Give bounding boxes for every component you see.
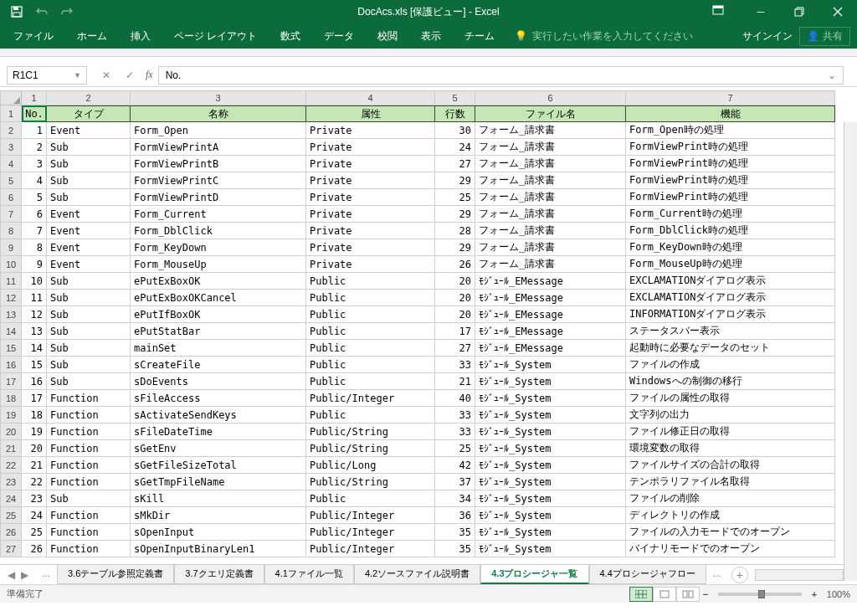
row-header[interactable]: 10 xyxy=(0,256,22,273)
cell[interactable]: 23 xyxy=(22,490,47,507)
cell[interactable]: 29 xyxy=(435,206,475,223)
cell[interactable]: 21 xyxy=(435,373,475,390)
expand-formula-icon[interactable]: ⌄ xyxy=(828,69,836,81)
cell[interactable]: Private xyxy=(306,156,435,172)
cell[interactable]: ﾓｼﾞｭｰﾙ_System xyxy=(475,541,626,557)
row-header[interactable]: 4 xyxy=(0,156,22,172)
row-header[interactable]: 19 xyxy=(0,407,22,424)
cell[interactable]: EXCLAMATIONダイアログ表示 xyxy=(626,290,835,306)
col-header[interactable]: 2 xyxy=(47,90,131,105)
cell[interactable]: ﾓｼﾞｭｰﾙ_EMessage xyxy=(475,290,626,306)
cell[interactable]: 9 xyxy=(22,256,47,273)
cell[interactable]: ﾓｼﾞｭｰﾙ_System xyxy=(475,390,626,407)
page-layout-view-button[interactable] xyxy=(653,587,676,602)
share-button[interactable]: 👤 共有 xyxy=(799,27,850,46)
col-header[interactable]: 5 xyxy=(435,90,475,105)
cell[interactable]: Sub xyxy=(47,373,131,390)
cell[interactable]: Function xyxy=(47,440,131,457)
ribbon-tab-8[interactable]: チーム xyxy=(453,24,506,49)
cell[interactable]: Form_Open時の処理 xyxy=(626,122,835,139)
cell[interactable]: sFileDateTime xyxy=(131,424,306,440)
cell[interactable]: 11 xyxy=(22,290,47,306)
signin-link[interactable]: サインイン xyxy=(742,29,793,44)
formula-bar[interactable]: No. ⌄ xyxy=(158,66,844,85)
cell[interactable]: Function xyxy=(47,541,131,557)
cell[interactable]: 16 xyxy=(22,373,47,390)
cell[interactable]: Public xyxy=(306,373,435,390)
cell[interactable]: ﾓｼﾞｭｰﾙ_System xyxy=(475,490,626,507)
cell[interactable]: Sub xyxy=(47,290,131,306)
cell[interactable]: フォーム_請求書 xyxy=(475,139,626,156)
cell[interactable]: 25 xyxy=(22,524,47,541)
cell[interactable]: sKill xyxy=(131,490,306,507)
ribbon-tab-4[interactable]: 数式 xyxy=(269,24,312,49)
row-header[interactable]: 17 xyxy=(0,373,22,390)
cell[interactable]: 37 xyxy=(435,474,475,490)
row-header[interactable]: 8 xyxy=(0,223,22,239)
row-header[interactable]: 13 xyxy=(0,306,22,323)
cell[interactable]: ePutExBoxOK xyxy=(131,273,306,290)
row-header[interactable]: 27 xyxy=(0,541,22,557)
row-header[interactable]: 21 xyxy=(0,440,22,457)
cell[interactable]: Public xyxy=(306,407,435,424)
cell[interactable]: sActivateSendKeys xyxy=(131,407,306,424)
cell[interactable]: フォーム_請求書 xyxy=(475,206,626,223)
row-header[interactable]: 6 xyxy=(0,189,22,206)
cell[interactable]: Public/String xyxy=(306,440,435,457)
ribbon-tab-7[interactable]: 表示 xyxy=(409,24,453,49)
cell[interactable]: Public xyxy=(306,290,435,306)
cell[interactable]: 14 xyxy=(22,340,47,357)
cell[interactable]: Sub xyxy=(47,340,131,357)
vertical-scrollbar[interactable] xyxy=(844,122,857,581)
cell[interactable]: Form_KeyDown xyxy=(131,239,306,256)
cell[interactable]: 24 xyxy=(435,139,475,156)
cell[interactable]: FormViewPrint時の処理 xyxy=(626,189,835,206)
cell[interactable]: 29 xyxy=(435,172,475,189)
cell[interactable]: フォーム_請求書 xyxy=(475,122,626,139)
table-header-cell[interactable]: 名称 xyxy=(131,105,306,122)
cell[interactable]: sGetTmpFileName xyxy=(131,474,306,490)
row-header[interactable]: 3 xyxy=(0,139,22,156)
cell[interactable]: 35 xyxy=(435,541,475,557)
cell[interactable]: 起動時に必要なデータのセット xyxy=(626,340,835,357)
row-header[interactable]: 26 xyxy=(0,524,22,541)
cell[interactable]: テンポラリファイル名取得 xyxy=(626,474,835,490)
cell[interactable]: 17 xyxy=(22,390,47,407)
cell[interactable]: ePutStatBar xyxy=(131,323,306,340)
close-button[interactable] xyxy=(819,0,857,23)
zoom-level[interactable]: 100% xyxy=(827,589,850,599)
row-header[interactable]: 14 xyxy=(0,323,22,340)
cell[interactable]: Event xyxy=(47,122,131,139)
cell[interactable]: 2 xyxy=(22,139,47,156)
zoom-out-button[interactable]: − xyxy=(700,589,711,599)
cell[interactable]: 29 xyxy=(435,239,475,256)
table-header-cell[interactable]: ファイル名 xyxy=(475,105,626,122)
sheet-tab-more[interactable]: ... xyxy=(35,565,57,584)
cell[interactable]: Private xyxy=(306,122,435,139)
cell[interactable]: sOpenInput xyxy=(131,524,306,541)
cell[interactable]: 17 xyxy=(435,323,475,340)
accept-formula-button[interactable]: ✓ xyxy=(119,66,141,85)
cell[interactable]: ファイルの削除 xyxy=(626,490,835,507)
name-box[interactable]: R1C1 ▼ xyxy=(7,66,87,85)
cell[interactable]: EXCLAMATIONダイアログ表示 xyxy=(626,273,835,290)
col-header[interactable]: 3 xyxy=(131,90,306,105)
cell[interactable]: 5 xyxy=(22,189,47,206)
cell[interactable]: 20 xyxy=(22,440,47,457)
cell[interactable]: Event xyxy=(47,256,131,273)
cell[interactable]: FormViewPrint時の処理 xyxy=(626,156,835,172)
cell[interactable]: 7 xyxy=(22,223,47,239)
cell[interactable]: Public xyxy=(306,490,435,507)
cell[interactable]: Sub xyxy=(47,273,131,290)
cell[interactable]: ﾓｼﾞｭｰﾙ_EMessage xyxy=(475,273,626,290)
cell[interactable]: 33 xyxy=(435,357,475,373)
cell[interactable]: Sub xyxy=(47,306,131,323)
cell[interactable]: Sub xyxy=(47,357,131,373)
row-header[interactable]: 11 xyxy=(0,273,22,290)
cell[interactable]: Private xyxy=(306,256,435,273)
cell[interactable]: Form_DblClick時の処理 xyxy=(626,223,835,239)
cell[interactable]: Form_MouseUp xyxy=(131,256,306,273)
cancel-formula-button[interactable]: ✕ xyxy=(95,66,117,85)
cell[interactable]: Public/Long xyxy=(306,457,435,474)
row-header[interactable]: 12 xyxy=(0,290,22,306)
